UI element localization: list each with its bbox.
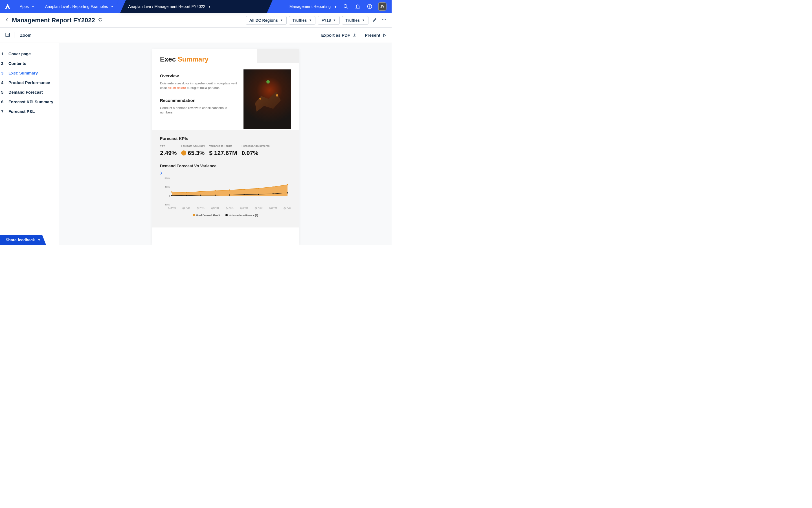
recommendation-section: Recommendation Conduct a demand review t… xyxy=(160,98,237,115)
chart-expand-icon[interactable]: ❯ xyxy=(160,171,162,174)
toc-num: 3. xyxy=(1,71,5,75)
svg-point-25 xyxy=(200,195,201,196)
present-label: Present xyxy=(365,33,380,38)
svg-point-29 xyxy=(258,194,259,195)
edit-button[interactable] xyxy=(372,17,377,24)
svg-text:-500M: -500M xyxy=(165,204,170,206)
chevron-down-icon: ▼ xyxy=(309,18,312,22)
user-avatar[interactable]: JV xyxy=(378,2,387,11)
recommendation-text: Conduct a demand review to check consens… xyxy=(160,105,237,115)
page-title: Management Report FY2022 xyxy=(12,17,95,24)
nav-page-label: Anaplan Live / Management Report FY2022 xyxy=(128,4,205,9)
svg-point-28 xyxy=(243,194,244,195)
nav-page[interactable]: Anaplan Live / Management Report FY2022 … xyxy=(120,0,266,13)
toc-label: Exec Summary xyxy=(8,71,38,75)
brand-logo[interactable] xyxy=(0,0,15,13)
canvas[interactable]: Exec Summary Overview Duis aute irure do… xyxy=(59,43,392,245)
toc-item-forecast-kpi-summary[interactable]: 6. Forecast KPI Summary xyxy=(0,97,59,107)
present-button[interactable]: Present xyxy=(365,33,387,38)
kpi-forecast-accuracy: Forecast Accuracy 65.3% xyxy=(181,144,205,156)
nav-model-label: Anaplan Live! : Reporting Examples xyxy=(45,4,108,9)
kpi-value: 65.3% xyxy=(181,150,205,156)
export-pdf-button[interactable]: Export as PDF xyxy=(321,33,357,38)
svg-point-0 xyxy=(344,4,347,8)
legend-label: Variance from Finance ($) xyxy=(229,214,258,217)
toc-item-forecast-pl[interactable]: 7. Forecast P&L xyxy=(0,107,59,116)
svg-point-22 xyxy=(287,184,288,185)
recommendation-heading: Recommendation xyxy=(160,98,237,103)
kpi-heading: Forecast KPIs xyxy=(160,136,291,141)
overview-text-after: eu fugiat nulla pariatur. xyxy=(186,86,220,89)
top-nav: Apps ▼ Anaplan Live! : Reporting Example… xyxy=(0,0,392,13)
toc-num: 6. xyxy=(1,100,5,104)
kpi-band: Forecast KPIs YoY 2.49% Forecast Accurac… xyxy=(152,130,299,227)
toc-label: Forecast KPI Summary xyxy=(8,100,53,104)
more-button[interactable] xyxy=(381,17,387,24)
svg-text:0: 0 xyxy=(169,195,170,197)
svg-point-16 xyxy=(200,191,201,192)
slide-title-accent: Summary xyxy=(178,55,209,63)
svg-text:Q1 FY21: Q1 FY21 xyxy=(182,207,190,209)
toc-num: 4. xyxy=(1,80,5,85)
title-bar: Management Report FY2022 All DC Regions … xyxy=(0,13,392,28)
toc-item-product-performance[interactable]: 4. Product Performance xyxy=(0,78,59,87)
kpi-label: Forecast Accuracy xyxy=(181,144,205,147)
toc-item-cover-page[interactable]: 1. Cover page xyxy=(0,49,59,59)
svg-text:Q2 FY21: Q2 FY21 xyxy=(197,207,205,209)
kpi-forecast-adjustments: Forecast Adjustments 0.07% xyxy=(241,144,269,156)
search-button[interactable] xyxy=(343,3,349,10)
svg-text:Q3 FY22: Q3 FY22 xyxy=(269,207,277,209)
toc-item-exec-summary[interactable]: 3. Exec Summary xyxy=(0,68,59,78)
selector-region-label: All DC Regions xyxy=(250,18,278,23)
chevron-down-icon: ▼ xyxy=(333,18,336,22)
download-icon xyxy=(352,33,357,38)
svg-point-3 xyxy=(369,7,370,8)
nav-reporting[interactable]: Management Reporting ▼ xyxy=(289,4,337,9)
toc-num: 2. xyxy=(1,61,5,66)
selector-product-2-label: Truffles xyxy=(346,18,360,23)
slide-band xyxy=(257,49,299,62)
chevron-down-icon: ▼ xyxy=(110,5,114,8)
nav-apps[interactable]: Apps ▼ xyxy=(15,0,41,13)
svg-point-31 xyxy=(287,192,288,193)
svg-point-26 xyxy=(215,195,216,196)
selector-year[interactable]: FY18 ▼ xyxy=(318,16,340,25)
chevron-down-icon: ▼ xyxy=(362,18,365,22)
selector-product-1[interactable]: Truffles ▼ xyxy=(289,16,315,25)
zoom-label[interactable]: Zoom xyxy=(20,33,32,38)
toggle-panel-button[interactable] xyxy=(5,32,14,38)
svg-text:Q3 FY21: Q3 FY21 xyxy=(211,207,219,209)
back-button[interactable] xyxy=(5,18,9,23)
nav-reporting-label: Management Reporting xyxy=(289,4,331,9)
help-icon xyxy=(367,4,372,9)
svg-line-1 xyxy=(347,7,348,9)
toc-item-demand-forecast[interactable]: 5. Demand Forecast xyxy=(0,87,59,97)
overview-link[interactable]: cillum dolore xyxy=(168,86,186,89)
share-feedback-button[interactable]: Share feedback ▼ xyxy=(0,235,46,245)
notifications-button[interactable] xyxy=(354,3,361,10)
pencil-icon xyxy=(372,17,377,22)
kpi-yoy: YoY 2.49% xyxy=(160,144,177,156)
toc-label: Forecast P&L xyxy=(8,109,35,114)
kpi-label: Forecast Adjustments xyxy=(241,144,269,147)
help-button[interactable] xyxy=(366,3,373,10)
sync-icon xyxy=(98,17,102,22)
avatar-initials: JV xyxy=(380,4,385,8)
nav-model[interactable]: Anaplan Live! : Reporting Examples ▼ xyxy=(41,0,120,13)
selector-region[interactable]: All DC Regions ▼ xyxy=(246,16,287,25)
toc-item-contents[interactable]: 2. Contents xyxy=(0,59,59,68)
chart-legend: Final Demand Plan $ Variance from Financ… xyxy=(160,214,291,217)
selector-product-2[interactable]: Truffles ▼ xyxy=(342,16,368,25)
sync-button[interactable] xyxy=(98,17,102,23)
svg-text:Q4 FY20: Q4 FY20 xyxy=(168,207,176,209)
share-feedback-label: Share feedback xyxy=(6,238,35,242)
svg-text:1 000M: 1 000M xyxy=(164,177,170,179)
svg-point-30 xyxy=(273,193,274,195)
svg-point-5 xyxy=(384,19,385,20)
toc-num: 5. xyxy=(1,90,5,94)
legend-label: Final Demand Plan $ xyxy=(196,214,220,217)
toc-label: Contents xyxy=(8,61,26,66)
export-pdf-label: Export as PDF xyxy=(321,33,350,38)
chevron-down-icon: ▼ xyxy=(32,5,35,8)
svg-text:Q1 FY22: Q1 FY22 xyxy=(240,207,248,209)
